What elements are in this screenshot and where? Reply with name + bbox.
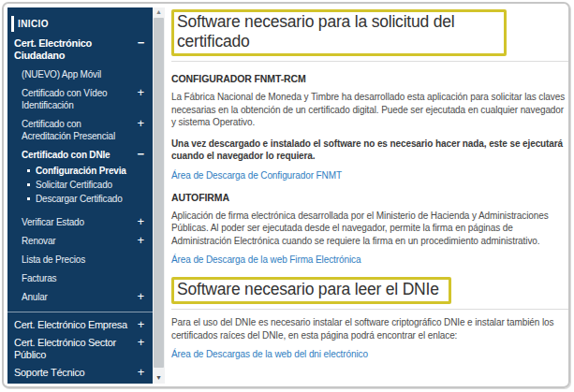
sidebar-item-anular[interactable]: Anular + [7, 287, 153, 306]
sidebar-item-tramites[interactable]: Trámites + [7, 382, 153, 384]
sidebar-item-soporte-tecnico[interactable]: Soporte Técnico + [7, 364, 153, 382]
sidebar-item-label: Verificar Estado [22, 216, 84, 228]
configurador-download-link[interactable]: Área de Descarga de Configurador FNMT [171, 170, 568, 181]
minus-icon[interactable]: − [138, 37, 149, 49]
sidebar-item-certificado-dnie[interactable]: Certificado con DNIe − [7, 145, 153, 164]
divider [171, 309, 568, 310]
sidebar-item-label: Descargar Certificado [36, 193, 123, 205]
scroll-down-icon[interactable]: ▼ [153, 374, 165, 382]
sidebar-item-lista-precios[interactable]: Lista de Precios [7, 250, 153, 269]
sidebar-item-app-movil[interactable]: (NUEVO) App Móvil [7, 65, 153, 83]
plus-icon[interactable]: + [138, 87, 149, 98]
sidebar-item-label: Cert. Electrónico Ciudadano [14, 37, 138, 62]
sidebar-item-label: Cert. Electrónico Empresa [14, 319, 127, 331]
sidebar-item-renovar[interactable]: Renovar + [7, 231, 153, 250]
bullet-icon [27, 183, 30, 186]
sidebar-item-label: Lista de Precios [22, 254, 85, 266]
sidebar-item-label: INICIO [18, 19, 49, 29]
highlight-annotation-box: Software necesario para la solicitud del… [171, 9, 507, 56]
dnie-description: Para el uso del DNIe es necesario instal… [171, 316, 568, 341]
scrollbar-thumb[interactable] [154, 18, 164, 368]
configurador-heading: CONFIGURADOR FNMT-RCM [171, 73, 568, 84]
sidebar-item-inicio[interactable]: INICIO [11, 16, 153, 32]
scroll-up-icon[interactable]: ▲ [153, 8, 165, 16]
plus-icon[interactable]: + [138, 216, 149, 227]
highlight-annotation-box: Software necesario para leer el DNIe [171, 277, 451, 304]
main-content: Software necesario para la solicitud del… [171, 7, 568, 359]
sidebar-item-facturas[interactable]: Facturas [7, 269, 153, 287]
plus-icon[interactable]: + [138, 367, 149, 378]
minus-icon[interactable]: − [138, 149, 149, 160]
sidebar-item-cert-ciudadano[interactable]: Cert. Electrónico Ciudadano − [7, 35, 153, 65]
divider [171, 61, 568, 62]
sidebar-divider [7, 312, 153, 312]
sidebar-item-label: Cert. Electrónico Sector Público [14, 337, 138, 361]
sidebar-item-label: (NUEVO) App Móvil [22, 68, 101, 80]
sidebar-item-descargar-certificado[interactable]: Descargar Certificado [7, 192, 153, 206]
autofirma-description: Aplicación de firma electrónica desarrol… [171, 210, 568, 248]
plus-icon[interactable]: + [138, 291, 149, 302]
sidebar-item-configuracion-previa[interactable]: Configuración Previa [7, 164, 153, 178]
plus-icon[interactable]: + [138, 118, 149, 129]
sidebar-item-label: Solicitar Certificado [36, 179, 112, 191]
sidebar-scrollbar[interactable]: ▲ ▼ [153, 7, 165, 384]
sidebar-item-label: Certificado con Vídeo Identificación [22, 87, 126, 111]
sidebar-item-label: Certificado con DNIe [22, 149, 110, 161]
sidebar: INICIO Cert. Electrónico Ciudadano − (NU… [7, 7, 153, 384]
section-title-dnie: Software necesario para leer el DNIe [177, 280, 439, 299]
configurador-note: Una vez descargado e instalado el softwa… [171, 138, 568, 163]
autofirma-heading: AUTOFIRMA [171, 192, 568, 203]
sidebar-item-label: Facturas [22, 272, 56, 284]
plus-icon[interactable]: + [138, 235, 149, 246]
sidebar-item-label: Configuración Previa [36, 165, 126, 177]
sidebar-item-label: Soporte Técnico [14, 367, 84, 379]
sidebar-item-label: Certificado con Acreditación Presencial [22, 118, 126, 142]
sidebar-item-acreditacion-presencial[interactable]: Certificado con Acreditación Presencial … [7, 114, 153, 145]
bullet-icon [27, 169, 30, 172]
configurador-description: La Fábrica Nacional de Moneda y Timbre h… [171, 91, 568, 129]
sidebar-item-label: Anular [22, 291, 48, 303]
sidebar-item-solicitar-certificado[interactable]: Solicitar Certificado [7, 178, 153, 192]
page-title: Software necesario para la solicitud del… [177, 12, 494, 51]
sidebar-item-video-identificacion[interactable]: Certificado con Vídeo Identificación + [7, 83, 153, 114]
sidebar-item-verificar-estado[interactable]: Verificar Estado + [7, 212, 153, 231]
dnie-download-link[interactable]: Área de Descargas de la web del dni elec… [171, 349, 568, 359]
plus-icon[interactable]: + [138, 337, 149, 348]
sidebar-item-cert-sector-publico[interactable]: Cert. Electrónico Sector Público + [7, 334, 153, 364]
plus-icon[interactable]: + [138, 319, 149, 330]
autofirma-download-link[interactable]: Área de Descarga de la web Firma Electró… [171, 254, 568, 265]
sidebar-item-cert-empresa[interactable]: Cert. Electrónico Empresa + [7, 316, 153, 334]
sidebar-item-label: Renovar [22, 235, 55, 247]
bullet-icon [27, 197, 30, 200]
